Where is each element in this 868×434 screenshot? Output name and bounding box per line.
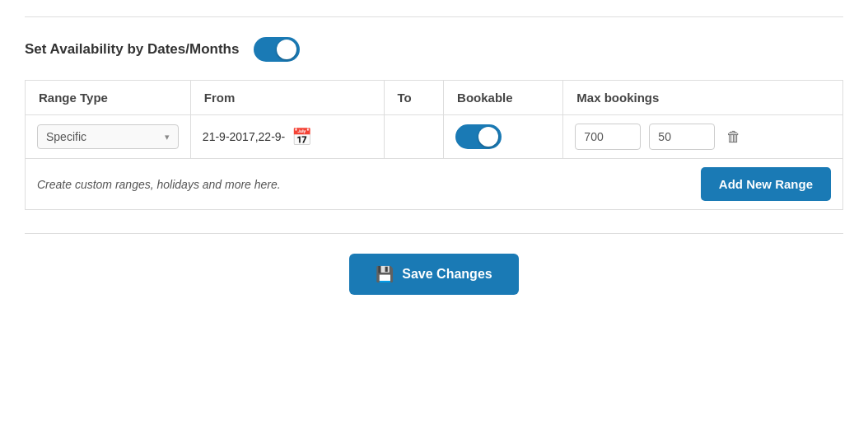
range-type-cell: Specific ▾: [26, 115, 191, 159]
bookable-thumb: [478, 127, 498, 147]
max-bookings-input-1[interactable]: [575, 124, 641, 150]
availability-toggle[interactable]: [254, 37, 300, 62]
save-label: Save Changes: [402, 267, 492, 282]
col-max-bookings: Max bookings: [563, 81, 843, 115]
max-bookings-cell: 🗑: [563, 115, 843, 159]
add-new-range-button[interactable]: Add New Range: [701, 167, 831, 201]
save-row: 💾 Save Changes: [25, 254, 843, 295]
max-bookings-input-2[interactable]: [649, 124, 715, 150]
from-cell: 21-9-2017,22-9- 📅: [190, 115, 384, 159]
availability-table: Range Type From To Bookable Max bookings…: [25, 80, 843, 210]
custom-range-text: Create custom ranges, holidays and more …: [37, 178, 281, 191]
bottom-divider: [25, 233, 843, 234]
from-field: 21-9-2017,22-9- 📅: [203, 127, 372, 147]
save-changes-button[interactable]: 💾 Save Changes: [349, 254, 518, 295]
bookable-toggle: [455, 124, 551, 149]
table-footer-row: Create custom ranges, holidays and more …: [26, 159, 843, 210]
delete-icon: 🗑: [726, 128, 741, 145]
chevron-down-icon: ▾: [165, 132, 170, 142]
calendar-icon[interactable]: 📅: [292, 127, 312, 147]
footer-cell: Create custom ranges, holidays and more …: [26, 159, 843, 210]
col-to: To: [384, 81, 444, 115]
footer-inner: Create custom ranges, holidays and more …: [37, 167, 831, 201]
from-value: 21-9-2017,22-9-: [203, 130, 285, 143]
toggle-row: Set Availability by Dates/Months: [25, 37, 843, 62]
max-bookings-container: 🗑: [575, 124, 831, 150]
bookable-cell: [444, 115, 563, 159]
top-divider: [25, 16, 843, 17]
col-bookable: Bookable: [444, 81, 563, 115]
col-range-type: Range Type: [26, 81, 191, 115]
delete-row-button[interactable]: 🗑: [723, 125, 744, 149]
page-container: Set Availability by Dates/Months Range T…: [0, 0, 868, 311]
range-type-select[interactable]: Specific ▾: [37, 124, 179, 149]
table-row: Specific ▾ 21-9-2017,22-9- 📅: [26, 115, 843, 159]
bookable-toggle-switch[interactable]: [455, 124, 502, 149]
save-icon: 💾: [376, 265, 394, 283]
range-type-value: Specific: [46, 130, 86, 143]
table-header-row: Range Type From To Bookable Max bookings: [26, 81, 843, 115]
toggle-label: Set Availability by Dates/Months: [25, 41, 239, 58]
to-cell: [384, 115, 444, 159]
col-from: From: [190, 81, 384, 115]
